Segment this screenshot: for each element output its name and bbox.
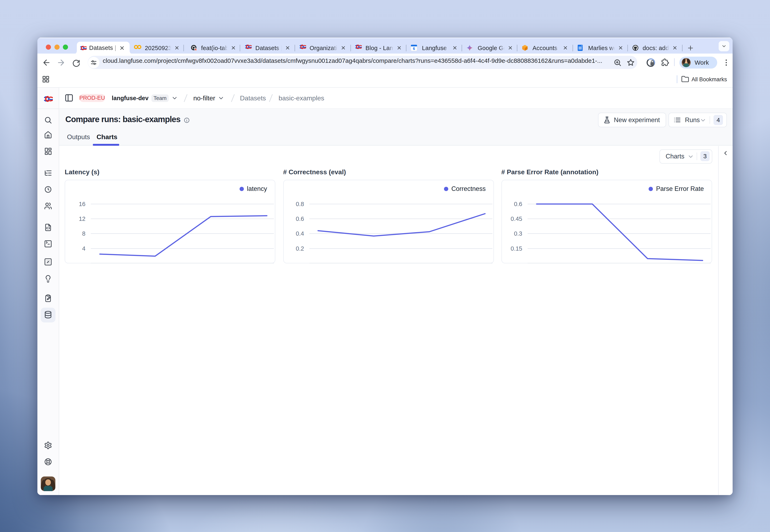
svg-text:6: 6 [413,46,415,51]
